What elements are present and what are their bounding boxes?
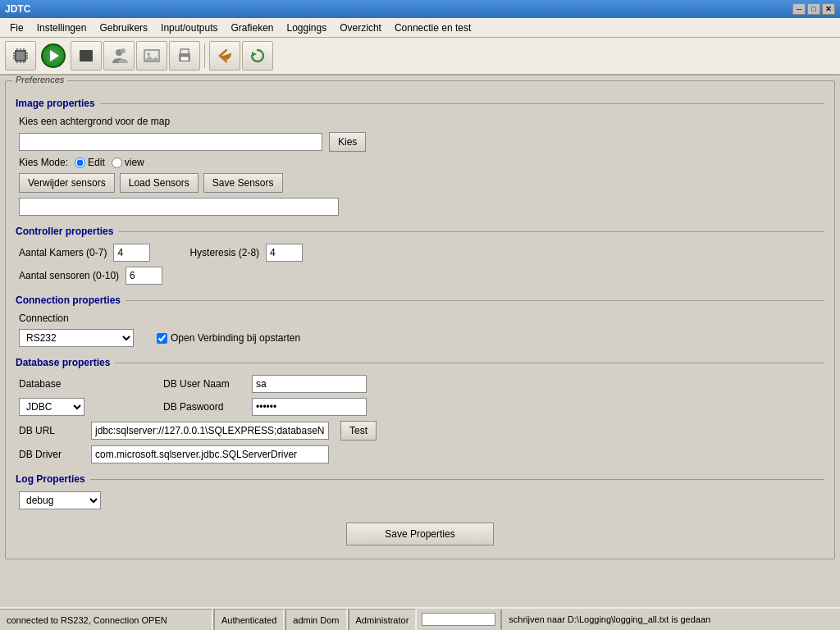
background-label: Kies een achtergrond voor de map: [19, 116, 170, 127]
menu-file[interactable]: Fie: [3, 20, 30, 36]
menu-loggings[interactable]: Loggings: [281, 20, 334, 36]
controller-properties-content: Aantal Kamers (0-7) Hysteresis (2-8) Aan…: [16, 244, 824, 285]
test-button[interactable]: Test: [340, 421, 377, 441]
kamers-input[interactable]: [113, 244, 150, 262]
db-password-input[interactable]: [252, 398, 367, 416]
menu-overzicht[interactable]: Overzicht: [333, 20, 388, 36]
menu-gebruikers[interactable]: Gebruikers: [93, 20, 154, 36]
connection-properties-content: Connection RS232 TCP/IP USB Open Verbind…: [16, 313, 824, 347]
view-radio-text: view: [125, 157, 144, 168]
sensors-path-input[interactable]: [19, 198, 339, 216]
edit-radio-label[interactable]: Edit: [75, 157, 105, 168]
hysteresis-input[interactable]: [266, 244, 303, 262]
menu-instellingen[interactable]: Instellingen: [30, 20, 94, 36]
db-username-input[interactable]: [252, 375, 367, 393]
save-properties-button[interactable]: Save Properties: [346, 523, 494, 546]
person-toolbar-button[interactable]: [103, 41, 135, 71]
save-container: Save Properties: [16, 523, 824, 546]
edit-radio-text: Edit: [88, 157, 105, 168]
db-url-label: DB URL: [19, 425, 84, 436]
kies-mode-label: Kies Mode:: [19, 157, 68, 168]
menu-inputoutputs[interactable]: Input/outputs: [154, 20, 224, 36]
db-url-row: DB URL Test: [19, 421, 824, 441]
play-toolbar-button[interactable]: [38, 41, 69, 71]
sensor-buttons-row: Verwijder sensors Load Sensors Save Sens…: [19, 173, 824, 193]
sensoren-input[interactable]: [126, 267, 162, 285]
db-driver-input[interactable]: [91, 445, 329, 463]
svg-point-18: [147, 52, 150, 56]
db-password-label: DB Paswoord: [163, 401, 245, 413]
menu-grafieken[interactable]: Grafieken: [224, 20, 280, 36]
role-status: Administrator: [348, 609, 418, 630]
open-verbinding-text: Open Verbinding bij opstarten: [171, 332, 300, 344]
hysteresis-label: Hysteresis (2-8): [189, 247, 259, 258]
db-select[interactable]: JDBC MySQL SQLite: [19, 398, 84, 416]
database-properties-header: Database properties: [16, 357, 824, 368]
svg-point-16: [121, 48, 126, 53]
connection-properties-header: Connection properties: [16, 294, 824, 306]
svg-rect-1: [16, 52, 25, 60]
log-properties-content: debug info warn error: [16, 491, 824, 509]
database-select-row: JDBC MySQL SQLite DB Paswoord: [19, 398, 824, 416]
open-verbinding-checkbox[interactable]: [157, 333, 167, 344]
view-radio[interactable]: [112, 158, 122, 168]
progress-bar: [422, 613, 495, 626]
svg-marker-22: [252, 52, 257, 57]
database-properties-content: Database DB User Naam JDBC MySQL SQLite …: [16, 375, 824, 463]
admin-status-text: admin Dom: [293, 615, 339, 625]
kies-mode-row: Kies Mode: Edit view: [19, 157, 824, 168]
db-driver-label: DB Driver: [19, 449, 84, 460]
window-title: JDTC: [5, 3, 30, 15]
view-radio-label[interactable]: view: [112, 157, 144, 168]
admin-status: admin Dom: [285, 609, 347, 630]
status-bar: connected to RS232, Connection OPEN Auth…: [0, 607, 840, 630]
log-level-select[interactable]: debug info warn error: [19, 491, 101, 509]
image-properties-content: Kies een achtergrond voor de map Kies Ki…: [16, 116, 824, 216]
edit-radio[interactable]: [75, 158, 85, 168]
auth-status: Authenticated: [213, 609, 285, 630]
close-button[interactable]: ✕: [822, 3, 835, 15]
window-controls: ─ □ ✕: [792, 3, 835, 15]
stop-toolbar-button[interactable]: [71, 41, 102, 71]
load-sensors-button[interactable]: Load Sensors: [120, 173, 199, 193]
menu-connectie[interactable]: Connectie en test: [388, 20, 477, 36]
toolbar-separator: [204, 43, 205, 68]
db-username-label: DB User Naam: [163, 378, 245, 390]
print-toolbar-button[interactable]: [169, 41, 200, 71]
background-path-input[interactable]: [19, 133, 322, 151]
connection-select-row: RS232 TCP/IP USB Open Verbinding bij ops…: [19, 329, 824, 347]
connection-select[interactable]: RS232 TCP/IP USB: [19, 329, 134, 347]
kamers-label: Aantal Kamers (0-7): [19, 247, 107, 258]
svg-rect-21: [180, 57, 189, 61]
auth-status-text: Authenticated: [221, 615, 276, 625]
menu-bar: Fie Instellingen Gebruikers Input/output…: [0, 18, 840, 38]
open-verbinding-checkbox-label[interactable]: Open Verbinding bij opstarten: [157, 332, 300, 344]
log-select-row: debug info warn error: [19, 491, 824, 509]
back-toolbar-button[interactable]: [209, 41, 240, 71]
minimize-button[interactable]: ─: [792, 3, 806, 15]
connection-label-row: Connection: [19, 313, 824, 324]
log-status-text: schrijven naar D:\Logging\logging_all.tx…: [509, 614, 710, 624]
log-status: schrijven naar D:\Logging\logging_all.tx…: [502, 613, 840, 626]
sensoren-label: Aantal sensoren (0-10): [19, 270, 119, 281]
db-driver-row: DB Driver: [19, 445, 824, 463]
kamers-row: Aantal Kamers (0-7) Hysteresis (2-8): [19, 244, 824, 262]
kies-button[interactable]: Kies: [329, 132, 366, 152]
image-toolbar-button[interactable]: [136, 41, 167, 71]
db-url-input[interactable]: [91, 422, 329, 440]
panel-title: Preferences: [12, 75, 67, 84]
save-sensors-button[interactable]: Save Sensors: [203, 173, 283, 193]
restore-button[interactable]: □: [807, 3, 820, 15]
connection-label: Connection: [19, 313, 69, 324]
progress-section: [417, 609, 502, 629]
connection-status: connected to RS232, Connection OPEN: [0, 609, 213, 630]
database-label: Database: [19, 378, 84, 390]
verwijder-sensors-button[interactable]: Verwijder sensors: [19, 173, 115, 193]
main-content: Preferences Image properties Kies een ac…: [0, 75, 840, 607]
role-status-text: Administrator: [356, 615, 409, 625]
sensoren-row: Aantal sensoren (0-10): [19, 267, 824, 285]
toolbar: [0, 38, 840, 75]
image-properties-header: Image properties: [16, 98, 824, 109]
chip-toolbar-button[interactable]: [5, 41, 36, 71]
refresh-toolbar-button[interactable]: [242, 41, 273, 71]
